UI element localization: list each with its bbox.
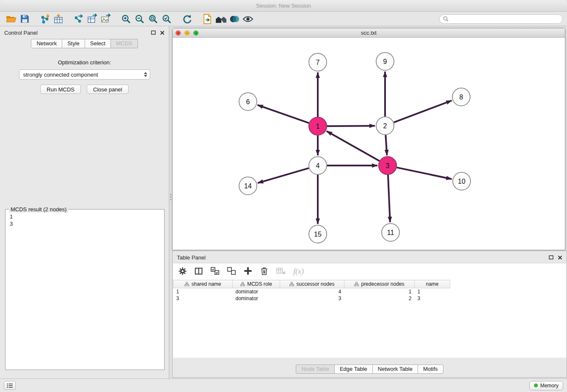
- table-cell[interactable]: 3: [415, 295, 450, 302]
- table-cell[interactable]: 1: [344, 288, 415, 295]
- home-button[interactable]: [214, 13, 228, 25]
- tab-style[interactable]: Style: [62, 39, 85, 48]
- table-cell[interactable]: dominator: [233, 288, 280, 295]
- graph-node-6[interactable]: 6: [239, 93, 257, 110]
- export-image-button[interactable]: [99, 13, 113, 25]
- add-column-button[interactable]: [243, 266, 253, 277]
- graph-node-7[interactable]: 7: [309, 53, 327, 71]
- table-cell[interactable]: dominator: [233, 295, 280, 302]
- save-session-button[interactable]: [18, 13, 31, 25]
- column-tree-icon: [240, 282, 245, 286]
- graph-edge-3-10[interactable]: [397, 168, 452, 179]
- refresh-view-button[interactable]: [180, 13, 194, 25]
- network-window-title: scc.txt: [361, 30, 377, 36]
- open-session-file-button[interactable]: [201, 13, 214, 25]
- close-panel-icon[interactable]: [160, 30, 165, 35]
- optimization-criterion-select[interactable]: strongly connected component: [19, 69, 150, 80]
- window-minimize-button[interactable]: [184, 30, 190, 36]
- zoom-selected-button[interactable]: [160, 13, 173, 25]
- mcds-result-list[interactable]: 1 3: [6, 210, 164, 231]
- float-panel-icon[interactable]: [549, 255, 553, 259]
- search-box[interactable]: [439, 14, 563, 24]
- graph-edge-4-14[interactable]: [258, 168, 309, 183]
- select-all-button[interactable]: [210, 266, 220, 277]
- import-table-button[interactable]: [52, 13, 65, 25]
- deselect-all-button[interactable]: [227, 266, 236, 277]
- table-row[interactable]: 3dominator323: [173, 295, 450, 302]
- zoom-in-button[interactable]: [119, 13, 133, 25]
- table-panel-header: Table Panel: [173, 251, 567, 264]
- delete-table-icon: [276, 266, 286, 276]
- table-cell[interactable]: 3: [280, 295, 344, 302]
- graph-node-14[interactable]: 14: [239, 177, 257, 195]
- window-close-button[interactable]: [176, 30, 181, 36]
- refresh-icon: [182, 14, 192, 24]
- graph-node-4[interactable]: 4: [309, 157, 327, 174]
- open-file-button[interactable]: [4, 13, 18, 25]
- import-network-button[interactable]: [38, 13, 52, 25]
- gear-icon: [178, 267, 187, 276]
- network-window-titlebar[interactable]: scc.txt: [173, 28, 565, 38]
- column-header-mcds-role[interactable]: MCDS role: [233, 280, 280, 288]
- window-titlebar[interactable]: Session: New Session: [0, 0, 567, 12]
- graph-edge-3-11[interactable]: [388, 175, 390, 222]
- delete-columns-button[interactable]: [260, 266, 269, 277]
- graph-edge-1-2[interactable]: [327, 126, 375, 126]
- graph-node-15[interactable]: 15: [309, 225, 327, 243]
- close-panel-button[interactable]: Close panel: [87, 85, 129, 94]
- zoom-fit-button[interactable]: [146, 13, 160, 25]
- graph-edge-2-8[interactable]: [394, 101, 452, 123]
- window-zoom-button[interactable]: [193, 30, 198, 36]
- graph-node-9[interactable]: 9: [376, 52, 394, 70]
- graph-node-8[interactable]: 8: [452, 88, 470, 106]
- show-graphics-details-button[interactable]: [241, 13, 255, 25]
- export-network-button[interactable]: [72, 13, 85, 25]
- graph-edge-2-3[interactable]: [385, 135, 387, 155]
- show-columns-button[interactable]: [194, 267, 203, 277]
- table-cell[interactable]: 3: [173, 295, 233, 302]
- zoom-in-icon: [121, 14, 131, 24]
- venn-diagram-icon: [229, 14, 240, 24]
- table-cell[interactable]: 1: [415, 288, 450, 295]
- delete-table-button[interactable]: [276, 266, 286, 277]
- function-builder-button[interactable]: f(x): [293, 267, 304, 276]
- tab-node-table[interactable]: Node Table: [296, 364, 335, 374]
- column-header-predecessor-nodes[interactable]: predecessor nodes: [344, 280, 415, 288]
- table-toolbar: f(x): [173, 263, 566, 280]
- table-panel-tabs: Node Table Edge Table Network Table Moti…: [173, 364, 567, 374]
- column-header-successor-nodes[interactable]: successor nodes: [280, 280, 344, 288]
- graph-node-3[interactable]: 3: [379, 157, 396, 174]
- venn-diagram-button[interactable]: [228, 13, 241, 25]
- task-history-button[interactable]: [4, 381, 16, 390]
- table-cell[interactable]: 4: [280, 288, 344, 295]
- graph-node-1[interactable]: 1: [309, 117, 327, 135]
- memory-button[interactable]: Memory: [529, 381, 563, 390]
- table-cell[interactable]: 1: [173, 288, 233, 295]
- table-cell[interactable]: 2: [344, 295, 415, 302]
- tab-mcds[interactable]: MCDS: [111, 39, 138, 48]
- close-panel-icon[interactable]: [558, 255, 562, 260]
- float-panel-icon[interactable]: [151, 30, 156, 35]
- column-header-shared-name[interactable]: shared name: [173, 280, 233, 288]
- tab-select[interactable]: Select: [85, 39, 111, 48]
- graph-node-10[interactable]: 10: [453, 172, 471, 190]
- tab-network[interactable]: Network: [31, 39, 62, 48]
- graph-node-2[interactable]: 2: [376, 117, 394, 135]
- table-settings-button[interactable]: [178, 267, 187, 277]
- panel-splitter[interactable]: [169, 26, 172, 378]
- run-mcds-button[interactable]: Run MCDS: [40, 85, 81, 94]
- tab-network-table[interactable]: Network Table: [373, 364, 418, 374]
- tab-motifs[interactable]: Motifs: [418, 364, 443, 374]
- graph-edge-3-1[interactable]: [327, 131, 380, 161]
- table-row[interactable]: 1dominator411: [173, 288, 450, 295]
- close-icon: [177, 32, 180, 35]
- graph-node-11[interactable]: 11: [382, 224, 399, 241]
- graph-edge-1-6[interactable]: [258, 105, 309, 123]
- search-input[interactable]: [451, 16, 559, 22]
- zoom-out-button[interactable]: [133, 13, 146, 25]
- column-header-name[interactable]: name: [415, 280, 450, 288]
- list-icon: [7, 383, 13, 388]
- export-table-button[interactable]: [85, 13, 99, 25]
- tab-edge-table[interactable]: Edge Table: [335, 364, 373, 374]
- network-graph[interactable]: 7968124314101511: [173, 38, 565, 250]
